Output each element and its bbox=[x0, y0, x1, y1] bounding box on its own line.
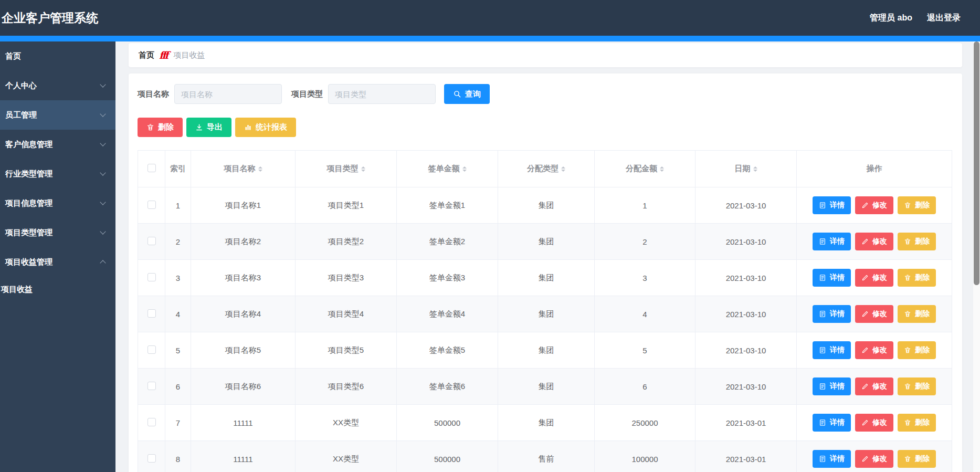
edit-button[interactable]: 修改 bbox=[855, 305, 893, 323]
cell-project-type: 项目类型4 bbox=[296, 296, 397, 332]
document-icon bbox=[819, 202, 826, 209]
delete-row-button[interactable]: 删除 bbox=[898, 196, 936, 214]
sort-icon[interactable] bbox=[462, 164, 467, 174]
row-checkbox[interactable] bbox=[147, 201, 156, 209]
cell-project-type: 项目类型3 bbox=[296, 260, 397, 296]
sort-icon[interactable] bbox=[258, 164, 262, 174]
detail-button[interactable]: 详情 bbox=[813, 196, 851, 214]
delete-row-button-label: 删除 bbox=[915, 237, 930, 246]
cell-index: 3 bbox=[165, 260, 191, 296]
delete-row-button-label: 删除 bbox=[915, 382, 930, 391]
table-row: 7 11111 XX类型 500000 集团 250000 2021-03-01… bbox=[138, 405, 952, 441]
row-checkbox-cell bbox=[138, 224, 165, 260]
detail-button-label: 详情 bbox=[830, 201, 845, 210]
edit-button[interactable]: 修改 bbox=[855, 450, 893, 468]
delete-row-button[interactable]: 删除 bbox=[898, 269, 936, 287]
delete-row-button[interactable]: 删除 bbox=[898, 414, 936, 432]
cell-index: 8 bbox=[165, 441, 191, 472]
sidebar-item-label: 项目类型管理 bbox=[5, 228, 52, 238]
select-all-checkbox[interactable] bbox=[147, 164, 156, 172]
sidebar-item-project-type-management[interactable]: 项目类型管理 bbox=[0, 218, 115, 247]
row-checkbox[interactable] bbox=[147, 237, 156, 245]
detail-button[interactable]: 详情 bbox=[813, 341, 851, 359]
header-project-name: 项目名称 bbox=[191, 151, 296, 187]
sidebar-item-label: 行业类型管理 bbox=[5, 169, 52, 179]
detail-button[interactable]: 详情 bbox=[813, 269, 851, 287]
cell-date: 2021-03-10 bbox=[696, 369, 797, 405]
row-checkbox[interactable] bbox=[147, 345, 156, 354]
row-checkbox[interactable] bbox=[147, 382, 156, 390]
edit-button[interactable]: 修改 bbox=[855, 377, 893, 395]
detail-button[interactable]: 详情 bbox=[813, 414, 851, 432]
trash-icon bbox=[904, 383, 911, 390]
row-checkbox-cell bbox=[138, 441, 165, 472]
project-type-input[interactable] bbox=[328, 84, 436, 104]
sort-icon[interactable] bbox=[753, 164, 757, 174]
detail-button[interactable]: 详情 bbox=[813, 305, 851, 323]
report-button[interactable]: 统计报表 bbox=[235, 118, 296, 137]
cell-alloc-type: 集团 bbox=[498, 369, 595, 405]
cell-project-name: 项目名称1 bbox=[191, 187, 296, 224]
cell-sign-amount: 签单金额2 bbox=[397, 224, 498, 260]
navbar-accent-divider bbox=[0, 36, 980, 41]
row-checkbox[interactable] bbox=[147, 454, 156, 463]
sidebar-item-industry-type-management[interactable]: 行业类型管理 bbox=[0, 159, 115, 188]
sort-icon[interactable] bbox=[361, 164, 365, 174]
sidebar-item-personal-center[interactable]: 个人中心 bbox=[0, 71, 115, 100]
report-button-label: 统计报表 bbox=[256, 122, 287, 132]
table-row: 3 项目名称3 项目类型3 签单金额3 集团 3 2021-03-10 详情 bbox=[138, 260, 952, 296]
sidebar-item-project-info-management[interactable]: 项目信息管理 bbox=[0, 188, 115, 218]
logout-link[interactable]: 退出登录 bbox=[927, 13, 961, 24]
edit-button[interactable]: 修改 bbox=[855, 341, 893, 359]
delete-row-button[interactable]: 删除 bbox=[898, 377, 936, 395]
cell-project-name: 项目名称6 bbox=[191, 369, 296, 405]
edit-button[interactable]: 修改 bbox=[855, 269, 893, 287]
row-checkbox-cell bbox=[138, 369, 165, 405]
query-button[interactable]: 查询 bbox=[444, 84, 490, 104]
edit-button[interactable]: 修改 bbox=[855, 233, 893, 250]
row-checkbox[interactable] bbox=[147, 309, 156, 318]
delete-button[interactable]: 删除 bbox=[138, 118, 183, 137]
project-revenue-table: 索引 项目名称 项目类型 签单金额 bbox=[138, 150, 952, 472]
cell-sign-amount: 签单金额5 bbox=[397, 332, 498, 369]
detail-button-label: 详情 bbox=[830, 418, 845, 427]
export-button[interactable]: 导出 bbox=[186, 118, 231, 137]
detail-button[interactable]: 详情 bbox=[813, 233, 851, 250]
detail-button[interactable]: 详情 bbox=[813, 450, 851, 468]
delete-row-button[interactable]: 删除 bbox=[898, 341, 936, 359]
row-checkbox[interactable] bbox=[147, 418, 156, 426]
cell-sign-amount: 签单金额6 bbox=[397, 369, 498, 405]
project-name-input[interactable] bbox=[174, 84, 282, 104]
breadcrumb-home[interactable]: 首页 bbox=[139, 50, 154, 60]
sort-icon[interactable] bbox=[660, 164, 664, 174]
trash-icon bbox=[904, 202, 911, 209]
cell-alloc-type: 集团 bbox=[498, 405, 595, 441]
main-content: 首页 fff 项目收益 项目名称 项目类型 查询 bbox=[115, 41, 980, 472]
edit-button[interactable]: 修改 bbox=[855, 414, 893, 432]
sort-icon[interactable] bbox=[561, 164, 565, 174]
sidebar-item-employee-management[interactable]: 员工管理 bbox=[0, 100, 115, 130]
current-user-label[interactable]: 管理员 abo bbox=[870, 13, 912, 24]
delete-row-button[interactable]: 删除 bbox=[898, 233, 936, 250]
edit-button-label: 修改 bbox=[872, 273, 887, 282]
scrollbar-thumb[interactable] bbox=[974, 41, 979, 285]
detail-button[interactable]: 详情 bbox=[813, 377, 851, 395]
edit-button[interactable]: 修改 bbox=[855, 196, 893, 214]
header-checkbox-cell bbox=[138, 151, 165, 187]
sidebar-subitem-project-revenue[interactable]: 项目收益 bbox=[0, 277, 115, 302]
sidebar-subitem-label: 项目收益 bbox=[1, 285, 33, 295]
delete-row-button[interactable]: 删除 bbox=[898, 305, 936, 323]
cell-project-name: 11111 bbox=[191, 441, 296, 472]
delete-row-button[interactable]: 删除 bbox=[898, 450, 936, 468]
cell-alloc-type: 集团 bbox=[498, 187, 595, 224]
row-checkbox[interactable] bbox=[147, 273, 156, 281]
trash-icon bbox=[904, 274, 911, 281]
sidebar-item-home[interactable]: 首页 bbox=[0, 41, 115, 71]
sidebar-item-project-revenue-management[interactable]: 项目收益管理 bbox=[0, 247, 115, 277]
export-button-label: 导出 bbox=[207, 122, 223, 132]
table-row: 1 项目名称1 项目类型1 签单金额1 集团 1 2021-03-10 详情 bbox=[138, 187, 952, 224]
sidebar-item-customer-info-management[interactable]: 客户信息管理 bbox=[0, 130, 115, 159]
pencil-icon bbox=[861, 202, 869, 209]
header-project-type: 项目类型 bbox=[296, 151, 397, 187]
header-sign-amount: 签单金额 bbox=[397, 151, 498, 187]
